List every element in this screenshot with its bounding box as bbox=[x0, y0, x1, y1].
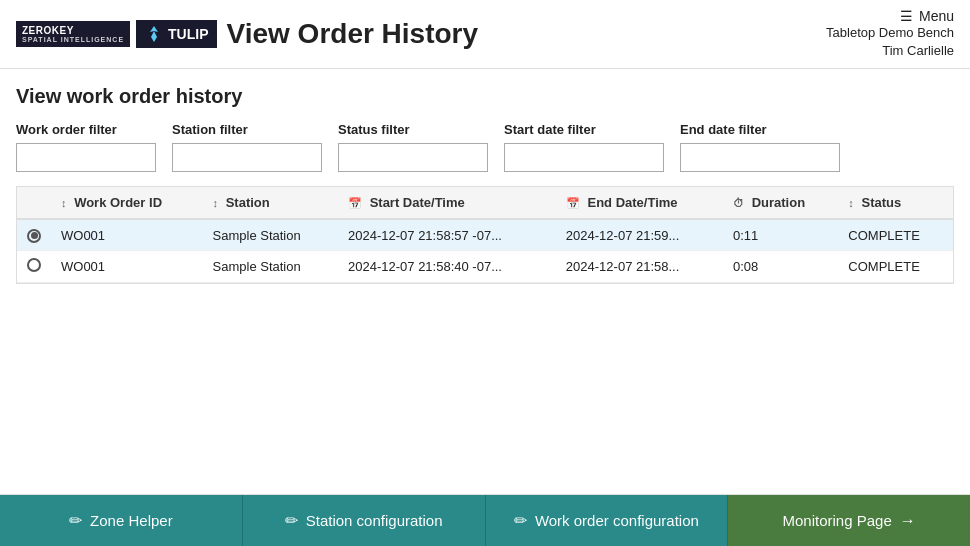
filter-start-date: Start date filter bbox=[504, 122, 664, 172]
status-filter-label: Status filter bbox=[338, 122, 488, 137]
col-header-status[interactable]: ↕ Status bbox=[838, 187, 953, 219]
monitoring-page-icon: → bbox=[900, 512, 916, 530]
table-container: ↕ Work Order ID ↕ Station 📅 Start Date/T… bbox=[16, 186, 954, 284]
cell-start-datetime: 2024-12-07 21:58:40 -07... bbox=[338, 250, 556, 282]
col-header-work-order-id[interactable]: ↕ Work Order ID bbox=[51, 187, 203, 219]
table-header-row: ↕ Work Order ID ↕ Station 📅 Start Date/T… bbox=[17, 187, 953, 219]
station-config-button[interactable]: ✏ Station configuration bbox=[243, 495, 486, 546]
sort-icon-work-order: ↕ bbox=[61, 197, 67, 209]
tulip-logo-text: TULIP bbox=[168, 26, 208, 42]
col-label-start-datetime: Start Date/Time bbox=[370, 195, 465, 210]
cell-status: COMPLETE bbox=[838, 250, 953, 282]
header-right: ☰ Menu Tabletop Demo Bench Tim Carlielle bbox=[826, 8, 954, 60]
user-name: Tim Carlielle bbox=[826, 42, 954, 60]
zerokey-logo-text: ZEROKEY bbox=[22, 25, 74, 36]
logo-container: ZEROKEY SPATIAL INTELLIGENCE TULIP bbox=[16, 20, 217, 48]
col-label-station: Station bbox=[226, 195, 270, 210]
spatial-text: SPATIAL INTELLIGENCE bbox=[22, 36, 124, 43]
work-order-config-button[interactable]: ✏ Work order configuration bbox=[486, 495, 729, 546]
end-date-filter-input[interactable] bbox=[680, 143, 840, 172]
monitoring-page-button[interactable]: Monitoring Page → bbox=[728, 495, 970, 546]
radio-button[interactable] bbox=[27, 229, 41, 243]
zone-helper-icon: ✏ bbox=[69, 511, 82, 530]
cell-end-datetime: 2024-12-07 21:58... bbox=[556, 250, 723, 282]
work-order-config-label: Work order configuration bbox=[535, 512, 699, 529]
page-title: View Order History bbox=[227, 18, 479, 50]
orders-table: ↕ Work Order ID ↕ Station 📅 Start Date/T… bbox=[17, 187, 953, 283]
menu-label: Menu bbox=[919, 8, 954, 24]
filter-station: Station filter bbox=[172, 122, 322, 172]
col-label-duration: Duration bbox=[752, 195, 805, 210]
sort-icon-station: ↕ bbox=[213, 197, 219, 209]
cell-station: Sample Station bbox=[203, 250, 338, 282]
tulip-icon bbox=[144, 24, 164, 44]
table-body: WO001Sample Station2024-12-07 21:58:57 -… bbox=[17, 219, 953, 282]
clock-icon-duration: ⏱ bbox=[733, 197, 744, 209]
filters: Work order filter Station filter Status … bbox=[16, 122, 954, 172]
tulip-logo: TULIP bbox=[136, 20, 216, 48]
work-order-filter-label: Work order filter bbox=[16, 122, 156, 137]
filter-end-date: End date filter bbox=[680, 122, 840, 172]
col-header-start-datetime[interactable]: 📅 Start Date/Time bbox=[338, 187, 556, 219]
col-label-work-order-id: Work Order ID bbox=[74, 195, 162, 210]
cell-work-order-id: WO001 bbox=[51, 250, 203, 282]
zone-helper-button[interactable]: ✏ Zone Helper bbox=[0, 495, 243, 546]
section-title: View work order history bbox=[16, 85, 954, 108]
start-date-filter-label: Start date filter bbox=[504, 122, 664, 137]
col-label-end-datetime: End Date/Time bbox=[587, 195, 677, 210]
cell-start-datetime: 2024-12-07 21:58:57 -07... bbox=[338, 219, 556, 250]
radio-cell[interactable] bbox=[17, 219, 51, 250]
station-filter-label: Station filter bbox=[172, 122, 322, 137]
hamburger-icon: ☰ bbox=[900, 8, 913, 24]
start-date-filter-input[interactable] bbox=[504, 143, 664, 172]
footer: ✏ Zone Helper ✏ Station configuration ✏ … bbox=[0, 494, 970, 546]
table-row[interactable]: WO001Sample Station2024-12-07 21:58:40 -… bbox=[17, 250, 953, 282]
cell-duration: 0:11 bbox=[723, 219, 838, 250]
user-info: Tabletop Demo Bench Tim Carlielle bbox=[826, 24, 954, 60]
radio-cell[interactable] bbox=[17, 250, 51, 282]
main-content: View work order history Work order filte… bbox=[0, 69, 970, 494]
calendar-icon-start: 📅 bbox=[348, 197, 362, 209]
header-left: ZEROKEY SPATIAL INTELLIGENCE TULIP View … bbox=[16, 18, 478, 50]
col-header-radio bbox=[17, 187, 51, 219]
cell-status: COMPLETE bbox=[838, 219, 953, 250]
col-header-duration[interactable]: ⏱ Duration bbox=[723, 187, 838, 219]
end-date-filter-label: End date filter bbox=[680, 122, 840, 137]
cell-duration: 0:08 bbox=[723, 250, 838, 282]
status-filter-input[interactable] bbox=[338, 143, 488, 172]
col-label-status: Status bbox=[861, 195, 901, 210]
col-header-end-datetime[interactable]: 📅 End Date/Time bbox=[556, 187, 723, 219]
sort-icon-status: ↕ bbox=[848, 197, 854, 209]
work-order-config-icon: ✏ bbox=[514, 511, 527, 530]
filter-status: Status filter bbox=[338, 122, 488, 172]
cell-station: Sample Station bbox=[203, 219, 338, 250]
calendar-icon-end: 📅 bbox=[566, 197, 580, 209]
monitoring-page-label: Monitoring Page bbox=[783, 512, 892, 529]
col-header-station[interactable]: ↕ Station bbox=[203, 187, 338, 219]
menu-button[interactable]: ☰ Menu bbox=[900, 8, 954, 24]
station-config-icon: ✏ bbox=[285, 511, 298, 530]
workspace-name: Tabletop Demo Bench bbox=[826, 24, 954, 42]
radio-button[interactable] bbox=[27, 258, 41, 272]
station-config-label: Station configuration bbox=[306, 512, 443, 529]
table-row[interactable]: WO001Sample Station2024-12-07 21:58:57 -… bbox=[17, 219, 953, 250]
cell-work-order-id: WO001 bbox=[51, 219, 203, 250]
zone-helper-label: Zone Helper bbox=[90, 512, 173, 529]
cell-end-datetime: 2024-12-07 21:59... bbox=[556, 219, 723, 250]
filter-work-order: Work order filter bbox=[16, 122, 156, 172]
header: ZEROKEY SPATIAL INTELLIGENCE TULIP View … bbox=[0, 0, 970, 69]
zerokey-logo: ZEROKEY SPATIAL INTELLIGENCE bbox=[16, 21, 130, 47]
work-order-filter-input[interactable] bbox=[16, 143, 156, 172]
station-filter-input[interactable] bbox=[172, 143, 322, 172]
